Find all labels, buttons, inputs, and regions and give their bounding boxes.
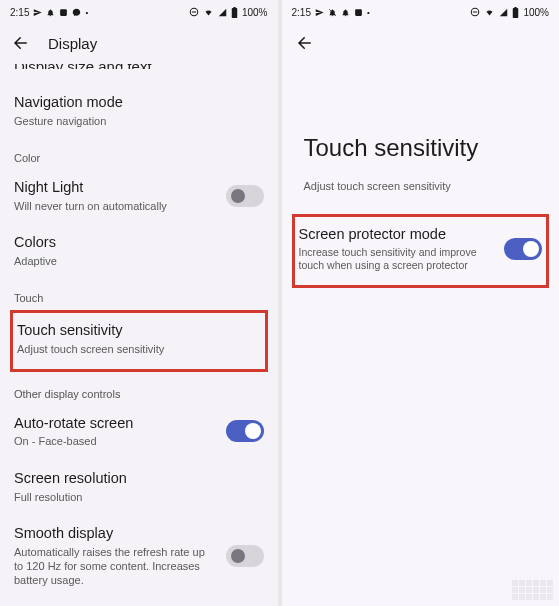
battery-percent: 100% (242, 7, 268, 18)
status-right: 100% (189, 7, 268, 18)
dnd-icon (470, 7, 480, 17)
svg-rect-4 (233, 7, 235, 8)
status-bar: 2:15 • 100% (0, 0, 278, 22)
item-subtitle: Increase touch sensitivity and improve t… (299, 246, 495, 273)
dot-icon: • (85, 8, 88, 17)
screen-display-settings: 2:15 • 100% Display Display size and tex… (0, 0, 278, 606)
signal-icon (218, 8, 227, 17)
highlight-screen-protector: Screen protector mode Increase touch sen… (292, 214, 550, 288)
dnd-icon (189, 7, 199, 17)
highlight-touch-sensitivity: Touch sensitivity Adjust touch screen se… (10, 310, 268, 371)
watermark (512, 580, 553, 600)
page-title: Touch sensitivity (296, 64, 546, 180)
status-time: 2:15 (292, 7, 311, 18)
status-bar: 2:15 • 100% (282, 0, 560, 22)
wifi-icon (484, 8, 495, 17)
item-title: Screen protector mode (299, 225, 495, 244)
svg-rect-6 (355, 9, 362, 16)
smooth-display-toggle[interactable] (226, 545, 264, 567)
app-bar (282, 22, 560, 64)
status-left: 2:15 • (10, 7, 88, 18)
item-subtitle: Gesture navigation (14, 114, 264, 128)
item-subtitle: Full resolution (14, 490, 264, 504)
item-title: Screen resolution (14, 469, 264, 488)
screen-touch-sensitivity: 2:15 • 100% Touch sensitivity Adjust tou… (282, 0, 560, 606)
item-subtitle: Automatically raises the refresh rate up… (14, 545, 216, 588)
messenger-icon (72, 8, 81, 17)
item-title: Smooth display (14, 524, 216, 543)
section-header-other: Other display controls (14, 374, 264, 404)
item-title: Touch sensitivity (17, 321, 261, 340)
svg-rect-9 (513, 8, 519, 18)
back-arrow-icon[interactable] (296, 34, 314, 52)
night-light-toggle[interactable] (226, 185, 264, 207)
list-item-night-light[interactable]: Night Light Will never turn on automatic… (14, 168, 264, 223)
app-icon (59, 8, 68, 17)
svg-rect-10 (515, 7, 517, 8)
mute-icon (328, 8, 337, 17)
auto-rotate-toggle[interactable] (226, 420, 264, 442)
list-item-navigation-mode[interactable]: Navigation mode Gesture navigation (14, 83, 264, 138)
app-bar: Display (0, 22, 278, 64)
battery-icon (231, 7, 238, 18)
svg-rect-0 (61, 9, 68, 16)
item-title: Navigation mode (14, 93, 264, 112)
section-header-touch: Touch (14, 278, 264, 308)
page-subtitle: Adjust touch screen sensitivity (296, 180, 546, 212)
app-icon (354, 8, 363, 17)
item-title: Colors (14, 233, 264, 252)
settings-list[interactable]: Display size and text Navigation mode Ge… (0, 64, 278, 606)
battery-percent: 100% (523, 7, 549, 18)
list-item-smooth-display[interactable]: Smooth display Automatically raises the … (14, 514, 264, 598)
send-icon (315, 8, 324, 17)
list-item-touch-sensitivity[interactable]: Touch sensitivity Adjust touch screen se… (17, 319, 261, 358)
item-subtitle: On - Face-based (14, 434, 216, 448)
send-icon (33, 8, 42, 17)
bell-icon (341, 8, 350, 17)
page-title: Display (48, 35, 97, 52)
dot-icon: • (367, 8, 370, 17)
touch-sensitivity-content: Touch sensitivity Adjust touch screen se… (282, 64, 560, 606)
section-header-color: Color (14, 138, 264, 168)
list-item-screen-protector-mode[interactable]: Screen protector mode Increase touch sen… (299, 223, 543, 275)
status-left: 2:15 • (292, 7, 370, 18)
wifi-icon (203, 8, 214, 17)
item-subtitle: Adjust touch screen sensitivity (17, 342, 261, 356)
item-subtitle: Will never turn on automatically (14, 199, 216, 213)
svg-rect-3 (232, 8, 238, 18)
item-title: Auto-rotate screen (14, 414, 216, 433)
list-item-truncated[interactable]: Display size and text (14, 64, 264, 69)
list-item-colors[interactable]: Colors Adaptive (14, 223, 264, 278)
status-time: 2:15 (10, 7, 29, 18)
list-item-screen-resolution[interactable]: Screen resolution Full resolution (14, 459, 264, 514)
item-subtitle: Adaptive (14, 254, 264, 268)
list-item-auto-rotate[interactable]: Auto-rotate screen On - Face-based (14, 404, 264, 459)
screen-protector-toggle[interactable] (504, 238, 542, 260)
item-title: Night Light (14, 178, 216, 197)
status-right: 100% (470, 7, 549, 18)
bell-icon (46, 8, 55, 17)
signal-icon (499, 8, 508, 17)
back-arrow-icon[interactable] (12, 34, 30, 52)
battery-icon (512, 7, 519, 18)
